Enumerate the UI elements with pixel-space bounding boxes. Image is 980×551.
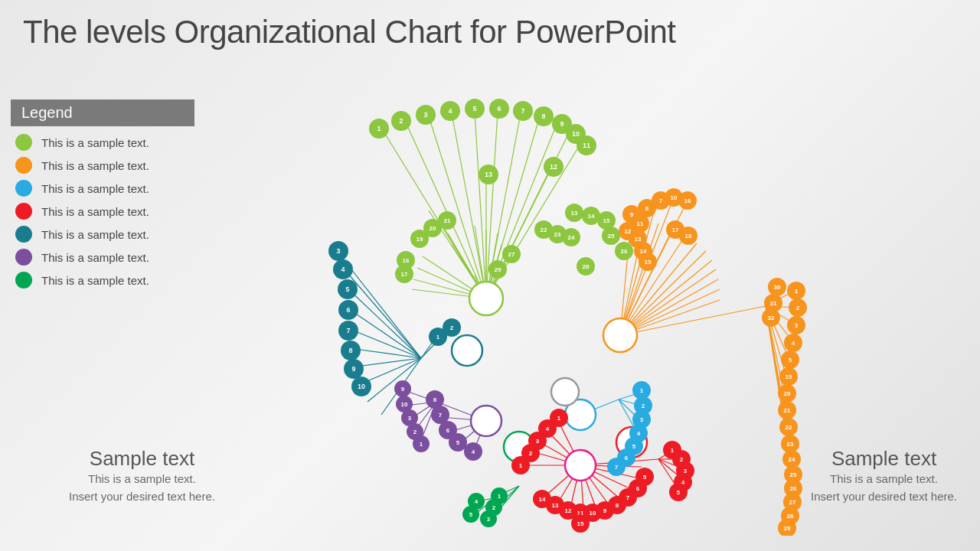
svg-text:5: 5 — [677, 489, 681, 496]
darkgreen-nodes: 1 2 3 4 5 — [462, 487, 508, 527]
svg-text:4: 4 — [341, 266, 345, 273]
hub-node-09[interactable]: 9 — [551, 378, 579, 406]
svg-text:5: 5 — [469, 511, 473, 518]
svg-text:15: 15 — [577, 520, 584, 527]
svg-text:3: 3 — [795, 322, 799, 329]
green-nodes-top: 1 2 3 4 5 6 7 8 9 10 — [369, 99, 596, 184]
svg-text:7: 7 — [439, 412, 443, 419]
svg-text:13: 13 — [552, 502, 559, 509]
svg-text:9: 9 — [563, 388, 567, 396]
svg-text:29: 29 — [784, 525, 791, 532]
sample-text-left: Sample text This is a sample text. Inser… — [69, 447, 215, 505]
svg-text:08: 08 — [462, 347, 472, 355]
svg-text:14: 14 — [588, 213, 595, 220]
svg-text:8: 8 — [541, 112, 545, 120]
svg-text:4: 4 — [448, 107, 452, 115]
svg-text:2: 2 — [399, 117, 403, 125]
svg-text:22: 22 — [786, 424, 792, 431]
legend-item-darkgreen: This is a sample text. — [11, 272, 194, 289]
svg-text:23: 23 — [554, 231, 561, 238]
svg-text:22: 22 — [541, 227, 547, 233]
svg-text:3: 3 — [423, 111, 427, 119]
legend-item-green: This is a sample text. — [11, 134, 194, 151]
svg-text:01: 01 — [482, 295, 491, 303]
svg-text:17: 17 — [401, 271, 408, 278]
svg-text:23: 23 — [787, 441, 794, 448]
svg-text:3: 3 — [640, 416, 644, 423]
svg-text:2: 2 — [529, 450, 533, 457]
legend-box: Legend This is a sample text. This is a … — [11, 99, 194, 295]
legend-item-teal: This is a sample text. — [11, 226, 194, 243]
sample-sub-left-1: This is a sample text. — [69, 471, 215, 488]
svg-text:20: 20 — [784, 390, 791, 397]
svg-text:5: 5 — [472, 105, 476, 112]
legend-item-purple: This is a sample text. — [11, 249, 194, 266]
svg-text:2: 2 — [642, 403, 645, 409]
page-title: The levels Organizational Chart for Powe… — [23, 14, 675, 51]
svg-text:4: 4 — [472, 448, 475, 455]
svg-text:9: 9 — [603, 507, 607, 514]
svg-text:7: 7 — [626, 494, 630, 501]
svg-text:5: 5 — [643, 474, 647, 481]
purple-nodes: 8 7 6 5 4 9 10 3 2 1 — [394, 380, 482, 461]
svg-text:20: 20 — [430, 225, 436, 232]
legend-item-cyan: This is a sample text. — [11, 180, 194, 197]
svg-text:2: 2 — [450, 324, 454, 331]
svg-text:16: 16 — [684, 197, 691, 204]
svg-text:26: 26 — [621, 248, 628, 255]
legend-label-green: This is a sample text. — [41, 136, 149, 149]
svg-text:25: 25 — [790, 471, 797, 478]
svg-text:17: 17 — [672, 227, 679, 233]
svg-text:10: 10 — [590, 510, 596, 517]
svg-text:1: 1 — [436, 334, 440, 341]
legend-item-orange: This is a sample text. — [11, 157, 194, 174]
chart-container: 01 08 02 07 06 05 04 — [214, 61, 942, 536]
svg-text:10: 10 — [671, 194, 678, 201]
hub-node-08[interactable]: 08 — [452, 335, 482, 366]
svg-text:12: 12 — [565, 507, 572, 514]
org-chart-svg: 01 08 02 07 06 05 04 — [214, 61, 942, 536]
svg-text:8: 8 — [645, 205, 649, 212]
sample-sub-left-2: Insert your desired text here. — [69, 488, 215, 506]
svg-text:1: 1 — [640, 387, 644, 394]
svg-text:11: 11 — [583, 142, 590, 149]
hub-node-05[interactable]: 05 — [565, 450, 596, 481]
svg-text:9: 9 — [560, 120, 564, 128]
svg-text:31: 31 — [770, 300, 777, 307]
sample-heading-left: Sample text — [69, 447, 215, 471]
svg-text:3: 3 — [408, 415, 412, 422]
legend-label-cyan: This is a sample text. — [41, 182, 149, 195]
svg-text:03: 03 — [576, 411, 585, 419]
svg-text:8: 8 — [433, 396, 437, 403]
legend-dot-red — [15, 203, 32, 220]
svg-text:6: 6 — [636, 485, 640, 492]
svg-line-51 — [620, 251, 706, 335]
svg-text:14: 14 — [539, 496, 546, 503]
svg-text:13: 13 — [485, 171, 492, 178]
legend-label-teal: This is a sample text. — [41, 228, 149, 241]
svg-text:19: 19 — [416, 236, 423, 243]
legend-dot-green — [15, 134, 32, 151]
svg-text:1: 1 — [377, 125, 381, 132]
legend-header: Legend — [11, 99, 194, 126]
svg-line-38 — [368, 358, 421, 402]
svg-text:2: 2 — [413, 429, 417, 435]
svg-text:4: 4 — [475, 498, 479, 505]
svg-text:21: 21 — [784, 407, 791, 414]
svg-text:7: 7 — [346, 327, 350, 334]
hub-node-02[interactable]: 02 — [603, 318, 637, 352]
svg-text:6: 6 — [346, 306, 350, 314]
legend-label-orange: This is a sample text. — [41, 159, 149, 172]
hub-node-07[interactable]: 07 — [471, 406, 501, 436]
svg-text:4: 4 — [546, 425, 550, 432]
svg-text:25: 25 — [608, 233, 615, 240]
svg-text:6: 6 — [446, 427, 450, 434]
svg-line-4 — [475, 112, 486, 298]
svg-text:4: 4 — [792, 340, 795, 347]
svg-text:9: 9 — [351, 365, 355, 373]
legend-label-darkgreen: This is a sample text. — [41, 274, 149, 287]
svg-text:2: 2 — [492, 504, 496, 511]
svg-text:28: 28 — [583, 263, 590, 270]
hub-node-01[interactable]: 01 — [469, 282, 503, 315]
svg-text:12: 12 — [550, 163, 557, 171]
